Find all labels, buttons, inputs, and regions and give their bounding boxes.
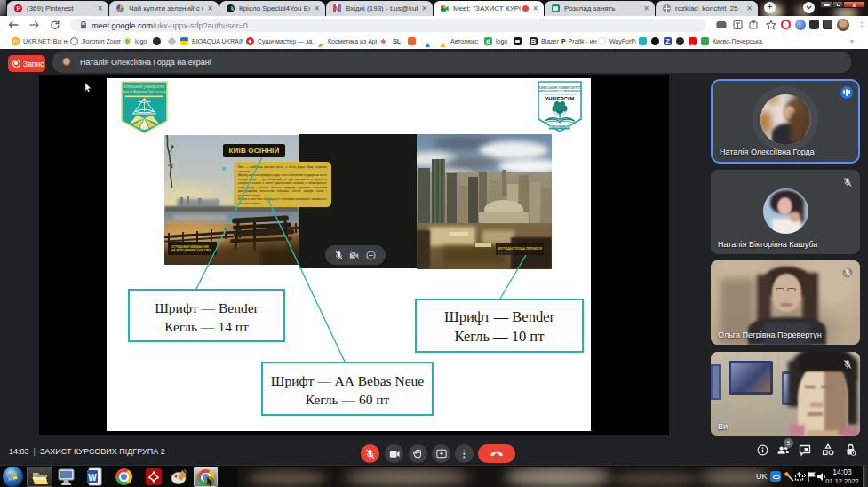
svg-text:W: W [88, 473, 97, 483]
